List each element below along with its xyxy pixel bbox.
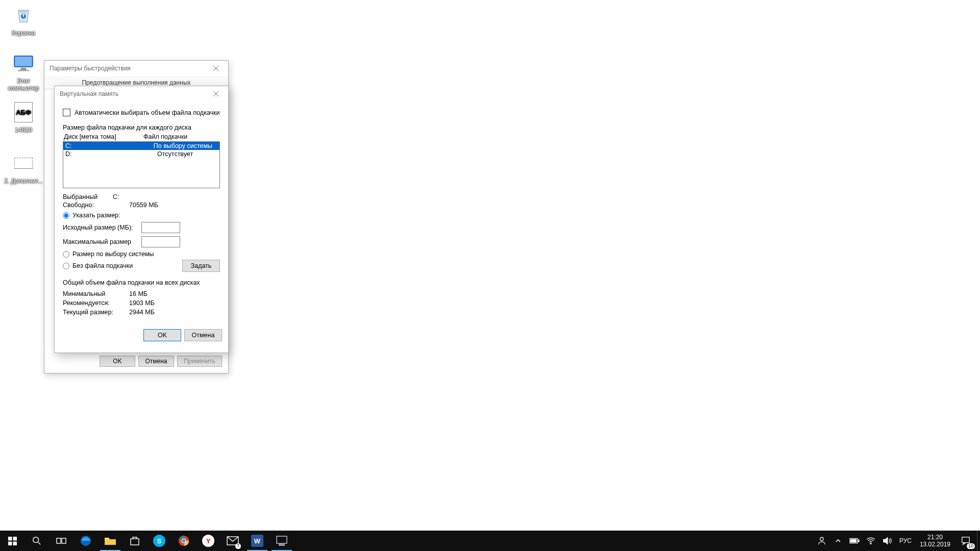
initial-size-input[interactable] xyxy=(141,222,180,233)
taskbar-app-edge[interactable] xyxy=(74,531,98,551)
radio-label: Без файла подкачки xyxy=(72,262,133,269)
window-title: Параметры быстродействия xyxy=(50,65,206,72)
close-button[interactable] xyxy=(206,86,226,102)
chrome-icon xyxy=(178,535,190,547)
svg-rect-8 xyxy=(13,541,16,545)
tray-wifi[interactable] xyxy=(863,531,879,551)
desktop-icon-doc1[interactable]: АБФ 14620 xyxy=(4,100,43,134)
taskbar-app-explorer[interactable] xyxy=(98,531,122,551)
tray-notifications[interactable]: 10 xyxy=(954,531,977,551)
taskbar-app-store[interactable] xyxy=(122,531,147,551)
svg-rect-7 xyxy=(8,541,12,545)
mail-badge: 7 xyxy=(235,543,241,549)
taskbar-app-yandex[interactable]: Y xyxy=(196,531,220,551)
auto-manage-checkbox[interactable]: Автоматически выбирать объем файла подка… xyxy=(63,109,220,116)
task-view-button[interactable] xyxy=(49,531,74,551)
tray-overflow[interactable] xyxy=(830,531,846,551)
svg-rect-2 xyxy=(15,57,32,66)
svg-rect-6 xyxy=(13,537,16,540)
svg-rect-19 xyxy=(277,536,287,543)
clock-date: 13.02.2019 xyxy=(920,541,950,548)
edge-icon xyxy=(80,535,92,547)
maximum-size-input[interactable] xyxy=(141,236,180,247)
initial-size-label: Исходный размер (МБ): xyxy=(63,224,141,231)
checkbox-input[interactable] xyxy=(63,109,70,116)
col-drive: Диск [метка тома] xyxy=(64,133,143,140)
taskbar-app-mail[interactable]: 7 xyxy=(220,531,245,551)
current-label: Текущий размер: xyxy=(63,309,129,316)
svg-point-9 xyxy=(33,537,39,543)
svg-point-17 xyxy=(182,539,185,542)
svg-rect-11 xyxy=(57,538,61,543)
svg-point-25 xyxy=(870,543,871,544)
virtual-memory-window[interactable]: Виртуальная память Автоматически выбират… xyxy=(54,86,229,353)
tray-language[interactable]: РУС xyxy=(895,537,916,544)
selected-drive-label: Выбранный xyxy=(63,193,113,201)
totals-group: Общий объем файла подкачки на всех диска… xyxy=(63,279,220,316)
desktop-icon-doc2[interactable]: 2. Дополнит... xyxy=(4,151,43,185)
svg-point-21 xyxy=(820,537,823,540)
search-button[interactable] xyxy=(24,531,49,551)
radio-label: Размер по выбору системы xyxy=(72,251,154,258)
list-header: Диск [метка тома] Файл подкачки xyxy=(63,133,220,140)
radio-custom-size[interactable]: Указать размер: xyxy=(63,212,220,219)
totals-title: Общий объем файла подкачки на всех диска… xyxy=(63,279,220,286)
svg-rect-24 xyxy=(851,539,856,542)
desktop-icon-this-pc[interactable]: Этот компьютер xyxy=(4,51,43,92)
tray-people[interactable] xyxy=(814,531,830,551)
svg-rect-12 xyxy=(62,538,66,543)
selected-drive-value: C: xyxy=(113,193,119,201)
radio-label: Указать размер: xyxy=(72,212,120,219)
radio-system-managed[interactable]: Размер по выбору системы xyxy=(63,251,220,258)
start-button[interactable] xyxy=(0,531,24,551)
ok-button[interactable]: OK xyxy=(100,356,135,367)
min-label: Минимальный xyxy=(63,290,129,297)
yandex-icon: Y xyxy=(202,535,214,547)
set-button[interactable]: Задать xyxy=(182,260,220,272)
titlebar[interactable]: Виртуальная память xyxy=(55,86,228,102)
free-space-label: Свободно: xyxy=(63,202,129,209)
ok-button[interactable]: OK xyxy=(143,329,181,341)
desktop-icon-label: Корзина xyxy=(4,30,43,37)
recommended-label: Рекомендуется: xyxy=(63,299,129,307)
tray-battery[interactable] xyxy=(846,531,863,551)
dialog-content: Автоматически выбирать объем файла подка… xyxy=(55,102,228,324)
document-icon xyxy=(11,151,36,176)
pc-icon xyxy=(11,51,36,76)
taskbar-app-skype[interactable]: S xyxy=(147,531,172,551)
maximum-size-label: Максимальный размер xyxy=(63,238,141,245)
show-desktop-button[interactable] xyxy=(977,531,980,551)
radio-input[interactable] xyxy=(63,251,69,258)
titlebar[interactable]: Параметры быстродействия xyxy=(44,61,228,76)
section-label: Размер файла подкачки для каждого диска xyxy=(63,124,220,131)
taskbar-app-settings[interactable] xyxy=(270,531,294,551)
clock-time: 21:20 xyxy=(920,534,950,541)
settings-window-icon xyxy=(276,535,288,547)
tray-clock[interactable]: 21:20 13.02.2019 xyxy=(916,534,954,548)
list-item[interactable]: D: Отсутствует xyxy=(63,150,219,158)
drive-listbox[interactable]: C: По выбору системы D: Отсутствует xyxy=(63,141,220,188)
list-item[interactable]: C: По выбору системы xyxy=(63,142,219,150)
radio-input[interactable] xyxy=(63,263,69,269)
svg-rect-5 xyxy=(8,537,12,540)
desktop-icon-recycle-bin[interactable]: Корзина xyxy=(4,3,43,37)
store-icon xyxy=(129,535,141,547)
svg-rect-26 xyxy=(962,537,969,543)
radio-no-pagefile[interactable]: Без файла подкачки xyxy=(63,262,182,269)
taskbar[interactable]: S Y 7 W РУС 21:20 13.02.2019 xyxy=(0,531,980,551)
radio-input[interactable] xyxy=(63,212,69,219)
apply-button[interactable]: Применить xyxy=(177,356,222,367)
desktop-icon-label: 2. Дополнит... xyxy=(4,178,43,185)
taskbar-app-word[interactable]: W xyxy=(245,531,270,551)
tray-volume[interactable] xyxy=(879,531,895,551)
svg-rect-23 xyxy=(858,540,859,542)
cancel-button[interactable]: Отмена xyxy=(184,329,222,341)
cancel-button[interactable]: Отмена xyxy=(138,356,174,367)
desktop-icon-label: 14620 xyxy=(4,127,43,134)
svg-rect-4 xyxy=(18,70,29,71)
taskbar-app-chrome[interactable] xyxy=(172,531,196,551)
recycle-bin-icon xyxy=(11,3,36,28)
svg-line-10 xyxy=(38,542,41,545)
close-button[interactable] xyxy=(206,61,226,76)
recommended-value: 1903 МБ xyxy=(129,299,155,307)
